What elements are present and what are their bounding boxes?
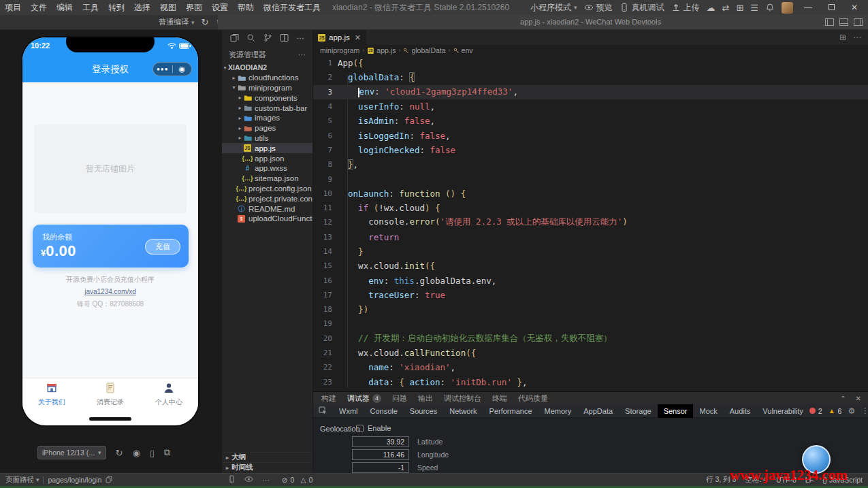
- tree-item-uploadcloudfunction-sh[interactable]: $uploadCloudFunction.sh: [222, 214, 312, 224]
- tree-item-cloudfunctions[interactable]: ▸cloudfunctions: [222, 73, 312, 83]
- devtools-tab-sources[interactable]: Sources: [404, 404, 443, 418]
- tree-item-app-wxss[interactable]: #app.wxss: [222, 163, 312, 174]
- line-number[interactable]: 18: [313, 305, 332, 314]
- refresh-icon[interactable]: ↻: [202, 17, 209, 27]
- line-number[interactable]: 8: [313, 160, 332, 169]
- line-number[interactable]: 14: [313, 247, 332, 256]
- recharge-button[interactable]: 充值: [145, 239, 180, 255]
- menu-item-2[interactable]: 编辑: [52, 2, 78, 14]
- code-line-15[interactable]: 15 wx.cloud.init({: [313, 259, 868, 273]
- code-line-12[interactable]: 12 console.error('请使用 2.2.3 或以上的基础库以使用云能…: [313, 215, 868, 229]
- tree-item-app-json[interactable]: {…}app.json: [222, 153, 312, 163]
- panel-tab-5[interactable]: 终端: [492, 393, 507, 404]
- menu-item-7[interactable]: 界面: [181, 2, 207, 14]
- more-vert-icon[interactable]: ⋮: [861, 406, 868, 415]
- close-icon[interactable]: ✕: [856, 395, 861, 402]
- devtools-tab-mock[interactable]: Mock: [693, 404, 723, 418]
- code-line-8[interactable]: 8 },: [313, 157, 868, 172]
- devtools-tab-storage[interactable]: Storage: [619, 404, 658, 418]
- upload-button[interactable]: 上传: [671, 2, 700, 14]
- remote-debug-icon[interactable]: [228, 475, 236, 485]
- tree-item-project-config-json[interactable]: {…}project.config.json: [222, 184, 312, 194]
- tree-item-utils[interactable]: ▸utils: [222, 133, 312, 144]
- tree-item-app-js[interactable]: JSapp.js: [222, 143, 312, 153]
- breadcrumb-item-2[interactable]: globalData: [403, 46, 445, 54]
- code-line-14[interactable]: 14 }: [313, 244, 868, 259]
- code-area[interactable]: 1App({2 globalData: {3 env: 'cloud1-2gam…: [313, 56, 868, 391]
- menu-item-0[interactable]: 项目: [0, 2, 26, 14]
- code-line-9[interactable]: 9: [313, 172, 868, 186]
- breadcrumb-item-1[interactable]: JSapp.js: [367, 46, 396, 54]
- tree-item-miniprogram[interactable]: ▾miniprogram: [222, 83, 312, 93]
- devtools-tab-performance[interactable]: Performance: [483, 404, 539, 418]
- collapse-icon[interactable]: ⌃: [840, 395, 846, 402]
- layout-sidebar-right-icon[interactable]: [854, 18, 863, 26]
- line-number[interactable]: 23: [313, 378, 332, 387]
- more-icon[interactable]: ⋯: [853, 33, 861, 42]
- tree-item-sitemap-json[interactable]: {…}sitemap.json: [222, 174, 312, 184]
- maximize-button[interactable]: [823, 3, 839, 12]
- line-number[interactable]: 11: [313, 204, 332, 212]
- line-number[interactable]: 21: [313, 348, 332, 357]
- line-number[interactable]: 15: [313, 261, 332, 270]
- files-icon[interactable]: [230, 33, 239, 44]
- tree-item-readme-md[interactable]: ⓘREADME.md: [222, 204, 312, 214]
- device-frame-icon[interactable]: ▯: [150, 448, 155, 458]
- panel-tab-6[interactable]: 代码质量: [518, 393, 548, 404]
- timeline-section[interactable]: ▸时间线: [222, 462, 312, 472]
- menu-item-3[interactable]: 工具: [78, 2, 103, 14]
- minimize-button[interactable]: —: [800, 3, 816, 12]
- line-number[interactable]: 13: [313, 233, 332, 242]
- code-line-1[interactable]: 1App({: [313, 56, 868, 70]
- tabbar-item-2[interactable]: 个人中心: [140, 378, 198, 410]
- code-line-11[interactable]: 11 if (!wx.cloud) {: [313, 201, 868, 215]
- tree-item-components[interactable]: ▸components: [222, 93, 312, 103]
- code-line-19[interactable]: 19: [313, 316, 868, 331]
- switch-icon[interactable]: ⇄: [722, 3, 730, 12]
- panel-tab-1[interactable]: 调试器4: [347, 393, 381, 404]
- breadcrumb-item-0[interactable]: miniprogram: [320, 46, 359, 54]
- page-path-value[interactable]: pages/login/login: [48, 476, 101, 484]
- code-line-22[interactable]: 22 name: 'xiaodian',: [313, 360, 868, 374]
- more-icon[interactable]: ⋯: [262, 476, 270, 484]
- copy-icon[interactable]: [106, 476, 112, 485]
- line-number[interactable]: 4: [313, 102, 332, 111]
- tree-root[interactable]: ▾XIAODIAN2: [222, 63, 312, 73]
- search-icon[interactable]: [246, 33, 255, 44]
- bell-icon[interactable]: [765, 3, 775, 12]
- speed-input[interactable]: -1: [352, 462, 409, 473]
- split-editor-icon[interactable]: ⊞: [839, 33, 846, 42]
- tabbar-item-1[interactable]: 消费记录: [81, 378, 140, 410]
- panel-tab-4[interactable]: 调试控制台: [444, 393, 481, 404]
- code-line-17[interactable]: 17 traceUser: true: [313, 288, 868, 302]
- device-selector[interactable]: iPhone 12/13 (... ▾: [37, 446, 106, 459]
- line-number[interactable]: 6: [313, 131, 332, 140]
- line-number[interactable]: 7: [313, 146, 332, 154]
- line-number[interactable]: 9: [313, 175, 332, 184]
- devtools-tab-console[interactable]: Console: [364, 404, 404, 418]
- menu-icon[interactable]: ☰: [750, 3, 758, 12]
- devtools-tab-network[interactable]: Network: [443, 404, 483, 418]
- line-number[interactable]: 2: [313, 73, 332, 82]
- grid-icon[interactable]: ⊞: [736, 3, 743, 12]
- code-line-4[interactable]: 4 userInfo: null,: [313, 99, 868, 114]
- breadcrumb-item-3[interactable]: env: [453, 46, 473, 54]
- gear-icon[interactable]: ⚙: [848, 406, 855, 416]
- line-number[interactable]: 1: [313, 59, 332, 67]
- menu-item-1[interactable]: 文件: [26, 2, 52, 14]
- code-line-21[interactable]: 21 wx.cloud.callFunction({: [313, 346, 868, 360]
- devtools-tab-audits[interactable]: Audits: [724, 404, 757, 418]
- code-line-13[interactable]: 13 return: [313, 230, 868, 244]
- devtools-tab-memory[interactable]: Memory: [539, 404, 578, 418]
- menu-item-6[interactable]: 视图: [155, 2, 181, 14]
- code-line-20[interactable]: 20 // 开发期：启动自动初始化云数据库集合（无鉴权，失败不阻塞）: [313, 331, 868, 346]
- eye-icon[interactable]: [244, 476, 253, 484]
- split-editor-icon[interactable]: [280, 33, 289, 44]
- tabbar-item-0[interactable]: 关于我们: [22, 378, 81, 410]
- problems-counts[interactable]: ⊘0 △0: [282, 476, 313, 484]
- line-number[interactable]: 3: [313, 88, 332, 97]
- tree-item-project-private-config-js-[interactable]: {…}project.private.config.js...: [222, 193, 312, 204]
- menu-item-9[interactable]: 帮助: [233, 2, 259, 14]
- enable-checkbox[interactable]: [356, 425, 364, 432]
- git-branch-icon[interactable]: [263, 33, 272, 44]
